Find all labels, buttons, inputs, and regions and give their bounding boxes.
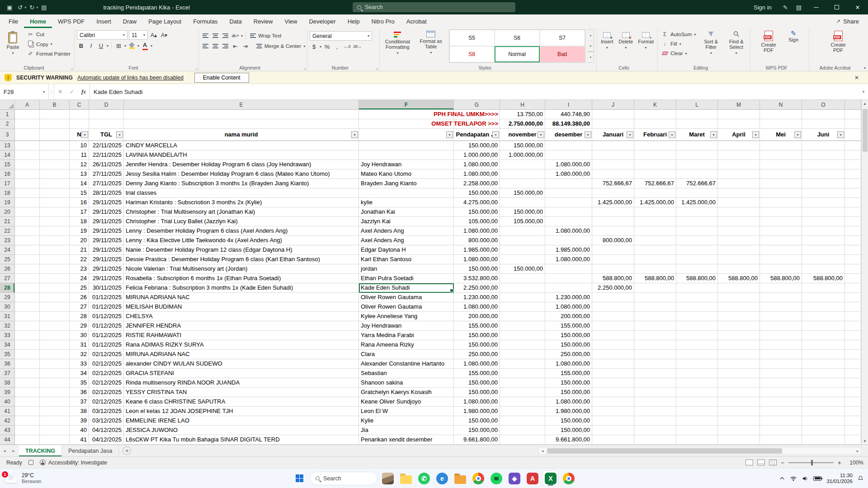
filter-button-k[interactable]: ▾: [669, 131, 675, 138]
cell-F31[interactable]: Kylee Anneliese Yang: [359, 312, 454, 321]
cell-B29[interactable]: [40, 293, 70, 302]
cell-B25[interactable]: [40, 255, 70, 264]
cell-M19[interactable]: [718, 198, 760, 207]
cell-F39[interactable]: Gratchelyn Kaerys Kosasih: [359, 388, 454, 397]
cell-P44[interactable]: [845, 435, 861, 445]
cell-G24[interactable]: 1.985.000,00: [454, 245, 500, 255]
cell-A40[interactable]: [15, 397, 40, 407]
row-header-25[interactable]: 25: [0, 255, 15, 264]
cell-B16[interactable]: [40, 169, 70, 179]
cell-H33[interactable]: [500, 331, 545, 340]
cell-I37[interactable]: 155.000,00: [545, 369, 592, 378]
column-header-c[interactable]: C: [70, 100, 89, 109]
cell-C19[interactable]: 16: [70, 198, 89, 207]
cell-J17[interactable]: 752.666,67: [592, 179, 634, 188]
cell-D14[interactable]: 22/11/2025: [89, 150, 124, 160]
cell-M15[interactable]: [718, 160, 760, 169]
normal-view-icon[interactable]: [745, 460, 753, 465]
cell-M42[interactable]: [718, 416, 760, 426]
cell-B27[interactable]: [40, 274, 70, 283]
cell-E16[interactable]: Jessy Sesilia Halim : Desember Holiday P…: [124, 169, 359, 179]
cell-P17[interactable]: [845, 179, 861, 188]
cell-D13[interactable]: 22/11/2025: [89, 141, 124, 150]
cell-L21[interactable]: [676, 217, 718, 226]
cell-G41[interactable]: 1.980.000,00: [454, 407, 500, 416]
notification-center-icon[interactable]: [858, 475, 863, 481]
cell-G30[interactable]: 1.080.000,00: [454, 302, 500, 312]
cell-K2[interactable]: [634, 119, 676, 129]
cell-H1[interactable]: 13.750,00: [500, 110, 545, 119]
cell-P31[interactable]: [845, 312, 861, 321]
cell-P41[interactable]: [845, 407, 861, 416]
cell-D16[interactable]: 27/11/2025: [89, 169, 124, 179]
row-header-38[interactable]: 38: [0, 378, 15, 388]
cell-G1[interactable]: PPH FINAL UMKM>>>>: [454, 110, 500, 119]
cell-K24[interactable]: [634, 245, 676, 255]
close-button[interactable]: ✕: [847, 0, 868, 14]
cell-C35[interactable]: 32: [70, 350, 89, 359]
cell-K34[interactable]: [634, 340, 676, 350]
zoom-in-icon[interactable]: +: [838, 459, 841, 466]
cell-M37[interactable]: [718, 369, 760, 378]
row-header-22[interactable]: 22: [0, 226, 15, 236]
cell-M18[interactable]: [718, 188, 760, 198]
cell-I42[interactable]: 150.000,00: [545, 416, 592, 426]
zoom-slider[interactable]: [788, 462, 834, 463]
cell-I2[interactable]: 88.149.380,00: [545, 119, 592, 129]
cell-N1[interactable]: [760, 110, 802, 119]
cell-N33[interactable]: [760, 331, 802, 340]
cancel-icon[interactable]: ✕: [54, 84, 66, 99]
horizontal-scroll-thumb[interactable]: [547, 448, 782, 454]
collapse-ribbon-icon[interactable]: ▴: [864, 66, 866, 70]
formula-input[interactable]: Kade Eden Suhadi: [90, 84, 859, 99]
cell-C23[interactable]: 20: [70, 236, 89, 245]
cell-P23[interactable]: [845, 236, 861, 245]
cell-G15[interactable]: 1.080.000,00: [454, 160, 500, 169]
cell-A34[interactable]: [15, 340, 40, 350]
cell-F43[interactable]: Jia: [359, 426, 454, 435]
cell-L37[interactable]: [676, 369, 718, 378]
cell-D24[interactable]: 29/11/2025: [89, 245, 124, 255]
adobe-icon[interactable]: A: [525, 471, 540, 486]
cell-J43[interactable]: [592, 426, 634, 435]
cell-O13[interactable]: [802, 141, 845, 150]
cell-L3[interactable]: Maret▾: [676, 129, 718, 141]
cell-H39[interactable]: [500, 388, 545, 397]
cell-G20[interactable]: 150.000,00: [454, 207, 500, 217]
cell-J32[interactable]: [592, 321, 634, 331]
cell-N43[interactable]: [760, 426, 802, 435]
maximize-button[interactable]: [826, 0, 847, 14]
cell-N31[interactable]: [760, 312, 802, 321]
cell-D39[interactable]: 02/12/2025: [89, 388, 124, 397]
cell-M39[interactable]: [718, 388, 760, 397]
row-header-1[interactable]: 1: [0, 110, 15, 119]
ribbon-tab-review[interactable]: Review: [248, 14, 279, 28]
cell-A39[interactable]: [15, 388, 40, 397]
cell-O40[interactable]: [802, 397, 845, 407]
cell-H16[interactable]: [500, 169, 545, 179]
cell-H18[interactable]: 150.000,00: [500, 188, 545, 198]
cell-C13[interactable]: 10: [70, 141, 89, 150]
cell-P30[interactable]: [845, 302, 861, 312]
cell-D41[interactable]: 03/12/2025: [89, 407, 124, 416]
cell-O28[interactable]: [802, 283, 845, 293]
wps-sign-button[interactable]: ✎ Sign: [783, 29, 803, 44]
cell-O35[interactable]: [802, 350, 845, 359]
cell-L20[interactable]: [676, 207, 718, 217]
cell-I13[interactable]: [545, 141, 592, 150]
cell-N14[interactable]: [760, 150, 802, 160]
column-header-m[interactable]: M: [718, 100, 760, 109]
filter-button-e[interactable]: ▾: [351, 131, 358, 138]
cell-D1[interactable]: [89, 110, 124, 119]
cell-J44[interactable]: [592, 435, 634, 445]
cell-E40[interactable]: Keane 6 class CHRISTINE SAPUTRA: [124, 397, 359, 407]
cell-C2[interactable]: [70, 119, 89, 129]
sheet-tab-tracking[interactable]: TRACKING: [19, 445, 62, 456]
dialog-launcher-icon[interactable]: ⌟: [195, 66, 197, 70]
orientation-icon[interactable]: ab↗: [231, 31, 240, 40]
row-header-37[interactable]: 37: [0, 369, 15, 378]
cell-A24[interactable]: [15, 245, 40, 255]
cell-B28[interactable]: [40, 283, 70, 293]
align-right-icon[interactable]: [221, 42, 230, 51]
cell-H29[interactable]: [500, 293, 545, 302]
